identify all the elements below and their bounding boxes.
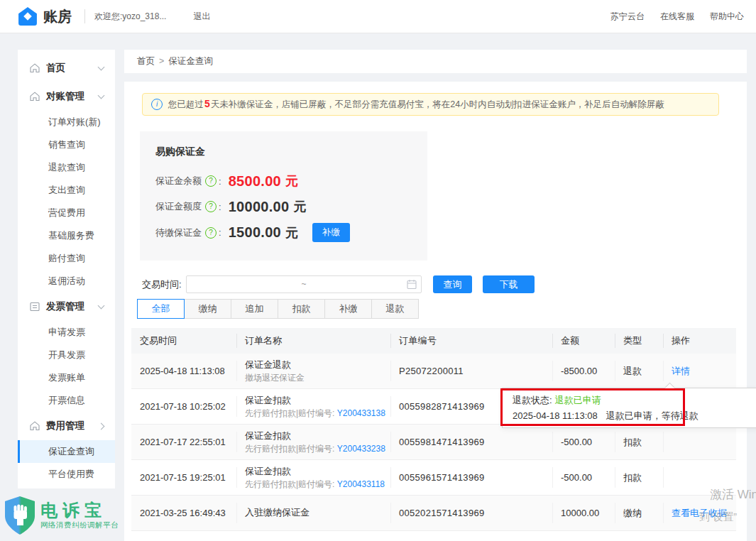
tab-refund[interactable]: 退款 — [371, 299, 419, 319]
top-header: 账房 欢迎您:yozo_318... 退出 苏宁云台 在线客服 帮助中心 — [0, 0, 756, 33]
sidebar-item-promotion-fee[interactable]: 营促费用 — [18, 202, 115, 224]
app-title: 账房 — [43, 7, 72, 26]
deposit-panel: 易购保证金 保证金余额 ? : 8500.00 元 保证金额度 ? : 1000… — [140, 131, 427, 261]
refund-status-tooltip: 退款状态:退款已申请 2025-04-18 11:13:08退款已申请，等待退款 — [502, 388, 756, 428]
dianshubao-logo: 电诉宝 网络消费纠纷调解平台 — [3, 495, 119, 536]
table-row: 2021-07-17 22:55:01 保证金扣款 先行赔付扣款|赔付编号: Y… — [131, 425, 736, 460]
sidebar-item-basic-service-fee[interactable]: 基础服务费 — [18, 224, 115, 247]
deposit-panel-title: 易购保证金 — [155, 146, 205, 158]
sidebar-group-fee-management[interactable]: 费用管理 — [18, 412, 115, 440]
chevron-right-icon — [98, 422, 105, 430]
help-icon[interactable]: ? — [205, 201, 217, 212]
warning-text: 您已超过5天未补缴保证金，店铺已屏蔽，不足部分需充值易付宝，将在24小时内自动划… — [168, 98, 664, 111]
claim-number-link[interactable]: Y200433118 — [337, 479, 385, 489]
logout-link[interactable]: 退出 — [193, 11, 210, 23]
deposit-due-value: 1500.00 — [229, 224, 281, 241]
sidebar-item-issue-invoice[interactable]: 开具发票 — [18, 344, 115, 366]
sidebar-item-invoice-bill[interactable]: 发票账单 — [18, 366, 115, 389]
help-icon[interactable]: ? — [205, 227, 217, 239]
page: 账房 欢迎您:yozo_318... 退出 苏宁云台 在线客服 帮助中心 首页 … — [0, 0, 756, 541]
tab-add[interactable]: 追加 — [231, 299, 278, 319]
sidebar-item-platform-fee[interactable]: 平台使用费 — [18, 463, 115, 486]
date-range-input[interactable]: ~ — [186, 275, 422, 293]
calendar-icon — [407, 279, 417, 290]
nav-help-center[interactable]: 帮助中心 — [710, 11, 744, 23]
footer-logo-name: 电诉宝 — [40, 501, 119, 520]
main-content: i 您已超过5天未补缴保证金，店铺已屏蔽，不足部分需充值易付宝，将在24小时内自… — [124, 82, 747, 541]
sidebar-group-home[interactable]: 首页 — [18, 54, 115, 82]
claim-number-link[interactable]: Y200433238 — [337, 444, 385, 454]
sidebar-item-rebate-activity[interactable]: 返佣活动 — [18, 270, 115, 293]
home-icon — [29, 62, 40, 74]
header-divider — [84, 9, 85, 23]
type-tabs: 全部 缴纳 追加 扣款 补缴 退款 — [137, 299, 419, 319]
tab-pay[interactable]: 缴纳 — [184, 299, 231, 319]
sidebar-item-apply-invoice[interactable]: 申请发票 — [18, 321, 115, 344]
detail-link[interactable]: 详情 — [672, 365, 736, 378]
sidebar-item-sales-query[interactable]: 销售查询 — [18, 133, 115, 156]
sidebar-item-expense-query[interactable]: 支出查询 — [18, 179, 115, 202]
tab-all[interactable]: 全部 — [137, 299, 185, 319]
welcome-text: 欢迎您:yozo_318... — [94, 11, 166, 23]
nav-online-service[interactable]: 在线客服 — [660, 11, 694, 23]
refund-status-label: 退款状态: — [513, 395, 552, 405]
shield-fist-icon — [3, 495, 37, 536]
breadcrumb-home[interactable]: 首页 — [137, 56, 155, 66]
sidebar-item-compensation-query[interactable]: 赔付查询 — [18, 247, 115, 270]
sidebar-item-deposit-query[interactable]: 保证金查询 — [18, 440, 115, 463]
chevron-down-icon — [98, 64, 105, 71]
chevron-down-icon — [98, 92, 105, 99]
refund-detail-time: 2025-04-18 11:13:08 — [513, 410, 598, 421]
deposit-balance-row: 保证金余额 ? : 8500.00 元 — [155, 173, 298, 190]
table-row: 2025-04-18 11:13:08 保证金退款 撤场退还保证金 P25072… — [131, 354, 736, 389]
table-row: 2021-03-25 16:49:43 入驻缴纳保证金 005202157141… — [131, 496, 736, 531]
tab-makeup[interactable]: 补缴 — [324, 299, 372, 319]
home-icon — [29, 420, 40, 432]
sidebar: 首页 对账管理 订单对账(新) 销售查询 退款查询 支出查询 营促费用 基础服务… — [18, 50, 115, 488]
deposit-quota-row: 保证金额度 ? : 10000.00 元 — [155, 198, 306, 215]
sidebar-group-invoice[interactable]: 发票管理 — [18, 293, 115, 321]
breadcrumb: 首页>保证金查询 — [124, 50, 747, 73]
tab-deduct[interactable]: 扣款 — [278, 299, 325, 319]
deposit-due-row: 待缴保证金 ? : 1500.00 元 补缴 — [155, 223, 350, 242]
help-icon[interactable]: ? — [205, 175, 217, 187]
info-icon: i — [151, 99, 163, 110]
chevron-down-icon — [98, 302, 105, 310]
sidebar-item-refund-query[interactable]: 退款查询 — [18, 156, 115, 179]
filter-bar: 交易时间: ~ 查询 下载 — [142, 275, 539, 294]
download-button[interactable]: 下载 — [483, 275, 535, 293]
invoice-icon — [29, 301, 40, 312]
table-row: 2021-07-15 19:25:01 保证金扣款 先行赔付扣款|赔付编号: Y… — [131, 460, 736, 496]
refund-detail-text: 退款已申请，等待退款 — [606, 410, 699, 421]
table-header: 交易时间 订单名称 订单编号 金额 类型 操作 — [131, 328, 736, 354]
receipt-link[interactable]: 查看电子收据 — [672, 507, 736, 520]
header-nav: 苏宁云台 在线客服 帮助中心 — [610, 11, 744, 23]
footer-logo-subtitle: 网络消费纠纷调解平台 — [40, 520, 119, 530]
query-button[interactable]: 查询 — [433, 275, 472, 293]
claim-number-link[interactable]: Y200433138 — [337, 408, 385, 418]
sidebar-group-reconciliation[interactable]: 对账管理 — [18, 82, 115, 111]
date-range-label: 交易时间: — [142, 278, 182, 291]
sidebar-item-invoice-info[interactable]: 开票信息 — [18, 389, 115, 412]
breadcrumb-current: 保证金查询 — [168, 56, 213, 66]
deposit-balance-value: 8500.00 — [229, 173, 281, 190]
refund-status-value: 退款已申请 — [555, 395, 601, 405]
warning-banner: i 您已超过5天未补缴保证金，店铺已屏蔽，不足部分需充值易付宝，将在24小时内自… — [142, 93, 719, 116]
breadcrumb-separator: > — [159, 56, 164, 66]
sidebar-item-order-reconciliation[interactable]: 订单对账(新) — [18, 111, 115, 133]
pay-deposit-button[interactable]: 补缴 — [312, 223, 350, 242]
home-icon — [29, 91, 40, 102]
deposit-quota-value: 10000.00 — [229, 199, 290, 215]
nav-suning-cloud[interactable]: 苏宁云台 — [610, 11, 645, 23]
app-logo-icon — [18, 6, 38, 26]
transactions-table: 交易时间 订单名称 订单编号 金额 类型 操作 2025-04-18 11:13… — [131, 328, 736, 531]
